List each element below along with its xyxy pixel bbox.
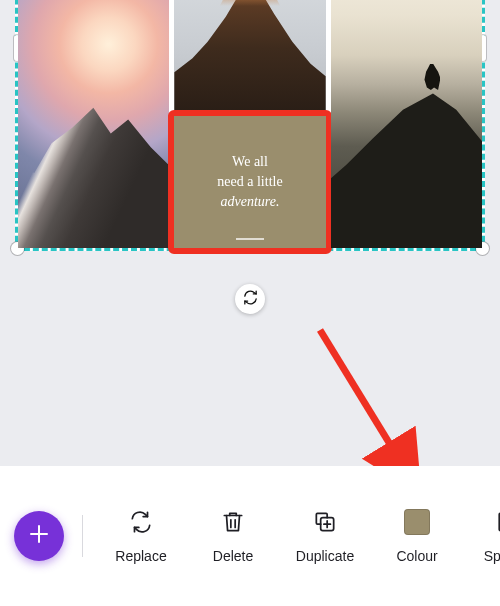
spacing-button[interactable]: Spacing <box>463 508 500 564</box>
swap-button[interactable] <box>235 284 265 314</box>
colour-label: Colour <box>396 548 437 564</box>
quote-line-3: adventure. <box>217 192 282 212</box>
spacing-label: Spacing <box>484 548 500 564</box>
quote-line-1: We all <box>217 152 282 172</box>
toolbar-divider <box>82 515 83 557</box>
selected-element-frame[interactable]: We all need a little adventure. <box>15 0 485 251</box>
delete-label: Delete <box>213 548 253 564</box>
spacing-icon <box>495 508 500 536</box>
collage-column-left <box>18 0 169 248</box>
add-button[interactable] <box>14 511 64 561</box>
duplicate-label: Duplicate <box>296 548 354 564</box>
photo-mountain-sunset[interactable] <box>18 0 169 248</box>
collage-column-right <box>331 0 482 248</box>
replace-icon <box>127 508 155 536</box>
delete-button[interactable]: Delete <box>187 508 279 564</box>
duplicate-button[interactable]: Duplicate <box>279 508 371 564</box>
quote-tile[interactable]: We all need a little adventure. <box>174 116 325 248</box>
photo-hikers-silhouette[interactable] <box>331 0 482 248</box>
photo-volcano[interactable] <box>174 0 325 111</box>
quote-tile-wrapper: We all need a little adventure. <box>174 116 325 248</box>
plus-icon <box>27 522 51 550</box>
quote-line-2: need a little <box>217 172 282 192</box>
replace-button[interactable]: Replace <box>95 508 187 564</box>
replace-label: Replace <box>115 548 166 564</box>
trash-icon <box>219 508 247 536</box>
svg-line-0 <box>320 330 407 472</box>
colour-swatch-icon <box>403 508 431 536</box>
toolbar-tools: Replace Delete Duplicate <box>95 508 500 564</box>
swap-icon <box>242 289 259 310</box>
collage-column-middle: We all need a little adventure. <box>174 0 325 248</box>
duplicate-icon <box>311 508 339 536</box>
colour-button[interactable]: Colour <box>371 508 463 564</box>
bottom-toolbar: Replace Delete Duplicate <box>0 466 500 606</box>
